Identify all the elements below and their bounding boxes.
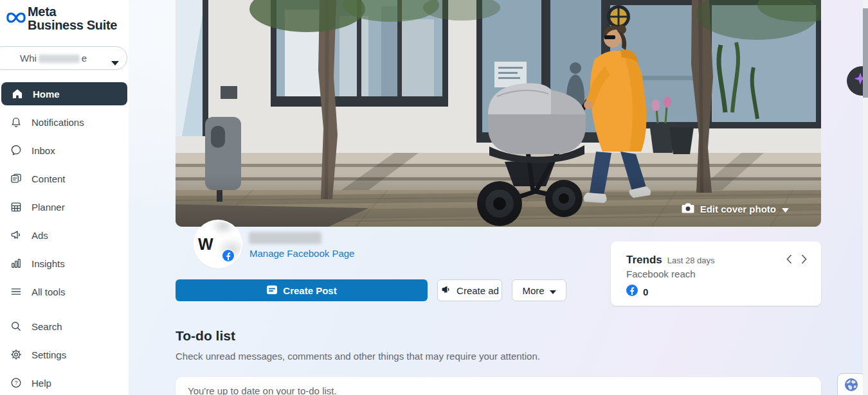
calendar-icon	[9, 200, 23, 214]
sidebar-item-search[interactable]: Search	[0, 312, 129, 340]
trends-card: Trends Last 28 days Facebook reach 0	[611, 241, 821, 306]
business-name-blurred	[39, 55, 80, 63]
menu-lines-icon	[9, 285, 23, 299]
trends-title: Trends	[626, 254, 662, 267]
chevron-right-icon[interactable]	[801, 254, 807, 264]
trends-metric-label: Facebook reach	[626, 268, 806, 279]
post-icon	[266, 284, 278, 297]
sidebar-item-label: Help	[32, 378, 51, 389]
sidebar-item-label: Settings	[32, 349, 66, 360]
create-post-label: Create Post	[283, 285, 336, 296]
brand-line1: Meta	[28, 5, 117, 19]
cover-photo: Edit cover photo	[176, 0, 821, 227]
bar-chart-icon	[9, 256, 23, 270]
help-icon: ?	[9, 376, 23, 390]
sidebar-item-home[interactable]: Home	[1, 82, 127, 105]
chevron-left-icon[interactable]	[786, 254, 792, 264]
globe-icon	[844, 377, 859, 395]
chevron-down-icon	[111, 57, 119, 67]
main-content-area: Edit cover photo W Manage Facebook Page …	[129, 0, 868, 395]
sidebar-item-label: Search	[32, 321, 62, 332]
page-name-blurred	[249, 232, 321, 244]
megaphone-icon	[9, 228, 23, 242]
sidebar-item-help[interactable]: ? Help	[0, 369, 129, 395]
edit-cover-photo-button[interactable]: Edit cover photo	[682, 203, 789, 215]
content-cards-icon	[9, 171, 23, 186]
facebook-icon	[626, 285, 638, 299]
todo-list-card: You're up to date on your to-do list.	[176, 377, 821, 395]
sidebar-item-label: Content	[32, 173, 66, 184]
cover-photo-illustration	[176, 0, 821, 227]
todo-empty-state: You're up to date on your to-do list.	[188, 385, 337, 395]
business-selector-dropdown[interactable]: Whie	[0, 46, 127, 70]
sidebar-item-label: Home	[33, 89, 60, 100]
edit-cover-photo-label: Edit cover photo	[700, 204, 776, 215]
sidebar: Meta Business Suite Whie Home Notificati…	[0, 0, 129, 395]
business-name-start: Whi	[20, 53, 37, 64]
create-ad-label: Create ad	[457, 285, 499, 296]
svg-text:?: ?	[14, 380, 17, 386]
scrollbar-thumb[interactable]	[863, 8, 868, 98]
sidebar-item-notifications[interactable]: Notifications	[0, 108, 129, 136]
business-name-end: e	[82, 53, 87, 64]
sidebar-item-label: Ads	[32, 230, 48, 241]
todo-list-title: To-do list	[176, 328, 235, 344]
sidebar-item-label: Notifications	[32, 117, 84, 128]
sidebar-item-settings[interactable]: Settings	[0, 340, 129, 369]
megaphone-icon	[440, 285, 451, 297]
facebook-reach-value: 0	[643, 286, 648, 297]
home-icon	[10, 87, 24, 101]
create-post-button[interactable]: Create Post	[176, 279, 428, 301]
manage-facebook-page-link[interactable]: Manage Facebook Page	[249, 248, 354, 259]
globe-button[interactable]	[837, 373, 865, 395]
meta-business-suite-window: Edit cover photo W Manage Facebook Page …	[0, 0, 868, 395]
sidebar-item-inbox[interactable]: Inbox	[0, 136, 129, 164]
more-label: More	[522, 285, 544, 296]
sidebar-item-insights[interactable]: Insights	[0, 249, 129, 277]
page-avatar[interactable]: W	[195, 221, 241, 267]
sidebar-item-content[interactable]: Content	[0, 164, 129, 193]
more-button[interactable]: More	[512, 279, 566, 301]
sidebar-item-ads[interactable]: Ads	[0, 221, 129, 249]
sidebar-item-label: All tools	[32, 286, 66, 297]
chat-bubble-icon	[9, 143, 23, 157]
todo-list-description: Check unread messages, comments and othe…	[176, 351, 540, 362]
meta-business-suite-logo: Meta Business Suite	[6, 5, 117, 32]
bell-icon	[9, 115, 23, 129]
gear-icon	[9, 347, 23, 362]
trends-period: Last 28 days	[667, 256, 715, 265]
sidebar-item-label: Insights	[32, 258, 65, 269]
scrollbar[interactable]	[863, 0, 868, 395]
chevron-down-icon	[550, 285, 556, 296]
facebook-badge-icon	[222, 249, 235, 263]
avatar-blur-overlay	[195, 221, 241, 267]
chevron-down-icon	[782, 204, 789, 215]
sidebar-nav: Home Notifications Inbox Content Planner…	[0, 80, 129, 395]
sidebar-item-label: Inbox	[32, 145, 55, 156]
sidebar-item-all-tools[interactable]: All tools	[0, 277, 129, 306]
sidebar-item-planner[interactable]: Planner	[0, 193, 129, 221]
brand-line2: Business Suite	[28, 19, 117, 32]
create-ad-button[interactable]: Create ad	[437, 279, 502, 301]
camera-icon	[682, 203, 694, 215]
sidebar-item-label: Planner	[32, 202, 65, 213]
meta-infinity-icon	[6, 12, 26, 26]
search-icon	[9, 319, 23, 333]
